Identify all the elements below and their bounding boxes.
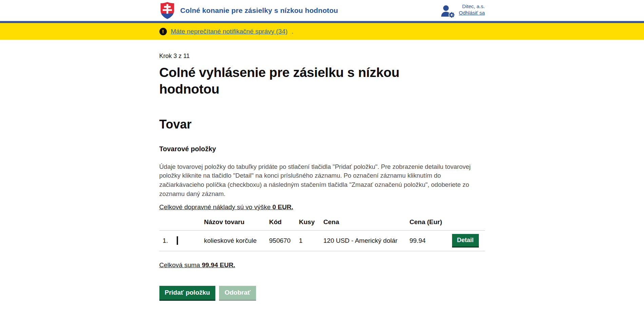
row-index: 1. [159, 237, 177, 244]
subsection-title: Tovarové položky [159, 145, 485, 153]
row-qty: 1 [299, 237, 324, 244]
brand: Colné konanie pre zásielky s nízkou hodn… [159, 2, 338, 19]
column-header-price-eur: Cena (Eur) [410, 218, 452, 226]
main-content: Krok 3 z 11 Colné vyhlásenie pre zásielk… [159, 40, 485, 316]
column-header-name: Názov tovaru [204, 218, 269, 226]
user-settings-icon [441, 5, 455, 18]
row-price-eur: 99.94 [410, 237, 452, 244]
slovak-coat-of-arms-icon [159, 2, 175, 19]
shipping-cost-line: Celkové dopravné náklady sú vo výške 0 E… [159, 203, 485, 211]
column-header-code: Kód [269, 218, 299, 226]
table-row: 1. kolieskové korčule 950670 1 120 USD -… [159, 231, 485, 251]
items-description: Údaje tovarovej položky do tabuľky pridá… [159, 162, 485, 199]
column-header-qty: Kusy [299, 218, 324, 226]
goods-table: Názov tovaru Kód Kusy Cena Cena (Eur) 1.… [159, 218, 485, 251]
item-actions: Pridať položku Odobrať [159, 286, 485, 301]
row-code: 950670 [269, 237, 299, 244]
user-name: Ditec, a.s. [462, 3, 485, 9]
row-name: kolieskové korčule [204, 237, 269, 244]
top-header: Colné konanie pre zásielky s nízkou hodn… [0, 0, 644, 21]
goods-table-header: Názov tovaru Kód Kusy Cena Cena (Eur) [159, 218, 485, 231]
alert-icon [159, 28, 167, 35]
page-title: Colné vyhlásenie pre zásielku s nízkou h… [159, 64, 451, 98]
notification-suffix: . [292, 28, 293, 35]
remove-item-button[interactable]: Odobrať [219, 286, 256, 301]
section-title: Tovar [159, 117, 485, 132]
total-sum-value: 99.94 EUR. [202, 261, 235, 269]
total-sum-label: Celková suma [159, 261, 200, 269]
row-price: 120 USD - Americký dolár [324, 237, 410, 244]
add-item-button[interactable]: Pridať položku [159, 286, 216, 301]
column-header-price: Cena [324, 218, 410, 226]
user-block: Ditec, a.s. Odhlásiť sa [441, 3, 485, 18]
logout-link[interactable]: Odhlásiť sa [459, 10, 485, 16]
total-sum-line: Celková suma 99.94 EUR. [159, 261, 485, 269]
shipping-cost-value: 0 EUR. [272, 203, 293, 211]
notification-link[interactable]: Máte neprečítané notifikačné správy (34) [171, 28, 288, 35]
row-checkbox[interactable] [177, 236, 178, 245]
notification-bar: Máte neprečítané notifikačné správy (34)… [0, 23, 644, 40]
detail-button[interactable]: Detail [452, 234, 479, 248]
step-indicator: Krok 3 z 11 [159, 53, 485, 60]
shipping-cost-label: Celkové dopravné náklady sú vo výške [159, 203, 271, 211]
app-title: Colné konanie pre zásielky s nízkou hodn… [180, 6, 338, 15]
